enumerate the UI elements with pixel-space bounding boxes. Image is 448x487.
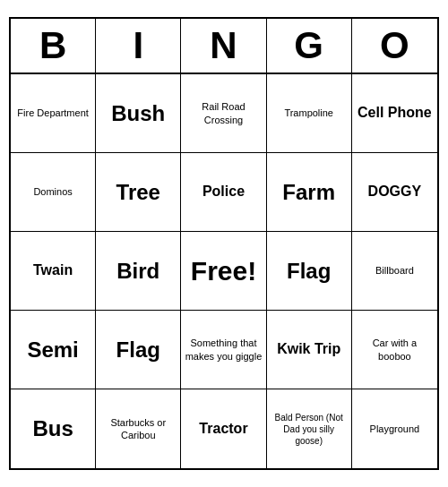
cell-label: Bush bbox=[111, 99, 165, 127]
bingo-cell: Something that makes you giggle bbox=[181, 311, 266, 389]
cell-label: Semi bbox=[27, 336, 78, 363]
cell-label: Trampoline bbox=[284, 107, 333, 119]
bingo-cell: Police bbox=[181, 153, 266, 232]
bingo-cell: Farm bbox=[267, 153, 352, 232]
bingo-cell: Tractor bbox=[181, 389, 266, 468]
bingo-cell: Car with a booboo bbox=[352, 311, 437, 389]
bingo-cell: Cell Phone bbox=[352, 74, 437, 153]
bingo-cell: Billboard bbox=[352, 232, 437, 311]
bingo-header: BINGO bbox=[11, 19, 437, 74]
bingo-grid: Fire DepartmentBushRail Road CrossingTra… bbox=[11, 74, 437, 468]
bingo-cell: Starbucks or Caribou bbox=[96, 389, 181, 468]
cell-label: Playground bbox=[370, 423, 420, 435]
cell-label: Car with a booboo bbox=[356, 337, 434, 363]
header-letter: O bbox=[352, 19, 437, 73]
bingo-cell: Rail Road Crossing bbox=[181, 74, 266, 153]
cell-label: Rail Road Crossing bbox=[185, 100, 262, 126]
bingo-cell: Flag bbox=[267, 232, 352, 311]
bingo-cell: Flag bbox=[96, 311, 181, 389]
bingo-cell: DOGGY bbox=[352, 153, 437, 232]
bingo-cell: Bird bbox=[96, 232, 181, 311]
cell-label: Farm bbox=[282, 178, 335, 206]
cell-label: DOGGY bbox=[368, 183, 422, 201]
header-letter: I bbox=[96, 19, 181, 73]
cell-label: Tractor bbox=[199, 420, 247, 439]
cell-label: Police bbox=[202, 183, 245, 201]
bingo-cell: Tree bbox=[96, 153, 181, 232]
cell-label: Tree bbox=[116, 178, 160, 206]
cell-label: Dominos bbox=[33, 185, 72, 198]
bingo-cell: Bald Person (Not Dad you silly goose) bbox=[267, 389, 352, 468]
cell-label: Flag bbox=[287, 257, 331, 285]
bingo-cell: Twain bbox=[11, 232, 96, 311]
bingo-cell: Semi bbox=[11, 311, 96, 389]
cell-label: Free! bbox=[191, 253, 256, 288]
bingo-card: BINGO Fire DepartmentBushRail Road Cross… bbox=[9, 17, 439, 470]
bingo-cell: Trampoline bbox=[267, 74, 352, 153]
header-letter: B bbox=[11, 19, 96, 73]
header-letter: G bbox=[267, 19, 352, 73]
cell-label: Twain bbox=[33, 261, 73, 280]
bingo-cell: Bus bbox=[11, 389, 96, 468]
cell-label: Something that makes you giggle bbox=[185, 337, 262, 363]
cell-label: Flag bbox=[116, 336, 160, 363]
bingo-cell: Playground bbox=[352, 389, 437, 468]
bingo-cell: Bush bbox=[96, 74, 181, 153]
cell-label: Bird bbox=[116, 257, 159, 285]
cell-label: Starbucks or Caribou bbox=[99, 416, 177, 442]
cell-label: Bus bbox=[32, 414, 73, 442]
cell-label: Cell Phone bbox=[358, 104, 432, 123]
bingo-cell: Fire Department bbox=[11, 74, 96, 153]
cell-label: Billboard bbox=[375, 264, 414, 277]
bingo-cell: Free! bbox=[181, 232, 266, 311]
bingo-cell: Dominos bbox=[11, 153, 96, 232]
cell-label: Bald Person (Not Dad you silly goose) bbox=[271, 412, 348, 447]
header-letter: N bbox=[181, 19, 266, 73]
cell-label: Fire Department bbox=[17, 107, 88, 119]
cell-label: Kwik Trip bbox=[277, 340, 340, 359]
bingo-cell: Kwik Trip bbox=[267, 311, 352, 389]
